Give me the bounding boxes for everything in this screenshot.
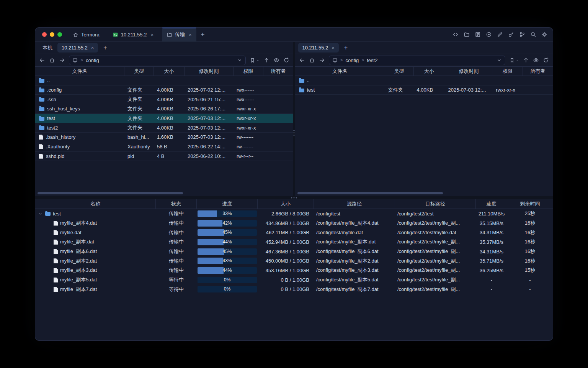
minimize-window-button[interactable] [50, 32, 54, 37]
up-directory-button[interactable] [263, 57, 270, 63]
column-header[interactable]: 剩余时间 [507, 199, 553, 209]
transfer-row[interactable]: myfile_副本6.dat 传输中 45% 467.36MB / 1.00GB… [35, 247, 553, 256]
breadcrumb-item[interactable]: test2 [367, 58, 377, 63]
right-path-bar[interactable]: > config > test2 [329, 56, 506, 65]
transfer-name-cell: myfile_副本7.dat [35, 286, 156, 293]
file-row[interactable]: .bash_history bash_hi... 1.60KB 2025-07-… [35, 133, 293, 142]
show-hidden-button[interactable] [273, 57, 279, 63]
code-button[interactable] [452, 31, 459, 38]
column-header[interactable]: 进度 [197, 199, 258, 209]
transfer-row[interactable]: myfile_副本5.dat 等待中 0% 0 B / 1.00GB /conf… [35, 275, 553, 285]
bookmark-button[interactable] [250, 58, 260, 63]
drag-handle[interactable] [294, 197, 295, 199]
file-row[interactable]: .. [295, 76, 553, 85]
column-header[interactable]: 所有者 [523, 67, 553, 76]
refresh-button[interactable] [283, 57, 289, 63]
column-header[interactable]: 权限 [234, 67, 263, 76]
file-row[interactable]: test2 文件夹 4.00KB 2025-07-03 12:... rwxr-… [35, 123, 293, 133]
up-directory-button[interactable] [523, 57, 529, 63]
breadcrumb-item[interactable]: config [86, 58, 99, 63]
transfer-row[interactable]: myfile_副本2.dat 传输中 43% 450.00MB / 1.00GB… [35, 256, 553, 266]
transfer-splitter[interactable] [35, 196, 553, 199]
close-icon[interactable]: × [150, 32, 154, 38]
left-path-bar[interactable]: > config [69, 56, 246, 65]
column-header[interactable]: 类型 [385, 67, 414, 76]
new-tab-button[interactable]: + [196, 28, 209, 41]
column-header[interactable]: 名称 [35, 199, 156, 209]
transfer-row[interactable]: myfile_副本7.dat 等待中 0% 0 B / 1.00GB /conf… [35, 285, 553, 294]
file-row[interactable]: test 文件夹 4.00KB 2025-07-03 12:... rwxr-x… [35, 114, 293, 123]
transfer-row[interactable]: myfile_副本4.dat 传输中 42% 434.86MB / 1.00GB… [35, 219, 553, 228]
transfer-row[interactable]: test 传输中 33% 2.66GB / 8.00GB /config/tes… [35, 209, 553, 219]
column-header[interactable]: 大小 [154, 67, 185, 76]
close-icon[interactable]: × [91, 45, 94, 51]
back-button[interactable] [299, 57, 305, 63]
search-button[interactable] [530, 31, 536, 38]
breadcrumb-item[interactable]: config [346, 58, 359, 63]
show-hidden-button[interactable] [533, 57, 539, 63]
app-home-tab[interactable]: Termora [68, 28, 104, 41]
column-header[interactable]: 所有者 [263, 67, 293, 76]
file-row[interactable]: ssh_host_keys 文件夹 4.00KB 2025-06-26 17:.… [35, 104, 293, 114]
zoom-window-button[interactable] [57, 32, 62, 37]
right-tab-remote[interactable]: 10.211.55.2 × [298, 43, 339, 53]
column-header[interactable]: 速度 [476, 199, 507, 209]
home-button[interactable] [309, 57, 315, 63]
column-header[interactable]: 源路径 [314, 199, 395, 209]
app-title: Termora [81, 32, 100, 38]
column-header[interactable]: 权限 [493, 67, 523, 76]
close-icon[interactable]: × [332, 45, 335, 51]
tab-label: 10.211.55.2 [302, 45, 328, 51]
tab-transfer[interactable]: 传输 × [162, 28, 196, 41]
transfer-row[interactable]: myfile.dat 传输中 45% 462.11MB / 1.00GB /co… [35, 228, 553, 237]
bookmark-icon [250, 58, 255, 63]
column-header[interactable]: 修改时间 [185, 67, 234, 76]
refresh-button[interactable] [543, 57, 549, 63]
horizontal-scrollbar[interactable] [38, 192, 183, 194]
bookmark-button[interactable] [509, 58, 519, 63]
home-button[interactable] [49, 57, 55, 63]
chevron-down-icon[interactable] [497, 58, 502, 63]
transfer-row[interactable]: myfile_副本3.dat 传输中 44% 453.16MB / 1.00GB… [35, 266, 553, 275]
file-icon [39, 135, 43, 140]
left-new-tab-button[interactable]: + [99, 44, 111, 51]
right-new-tab-button[interactable]: + [340, 44, 352, 51]
transfer-row[interactable]: myfile_副本.dat 传输中 44% 452.94MB / 1.00GB … [35, 237, 553, 247]
arrow-up-icon [263, 57, 270, 63]
file-row[interactable]: .ssh 文件夹 4.00KB 2025-06-21 15:... rwx---… [35, 95, 293, 104]
edit-button[interactable] [497, 31, 503, 38]
file-row[interactable]: test 文件夹 4.00KB 2025-07-03 12:... rwxr-x… [295, 85, 553, 95]
column-header[interactable]: 类型 [124, 67, 154, 76]
column-header[interactable]: 文件名 [295, 67, 385, 76]
file-row[interactable]: .Xauthority Xauthority 58 B 2025-06-22 1… [35, 142, 293, 152]
left-tab-remote[interactable]: 10.211.55.2 × [57, 43, 98, 53]
record-button[interactable] [486, 31, 492, 38]
folders-button[interactable] [464, 31, 470, 38]
close-window-button[interactable] [42, 32, 47, 37]
tab-host-session[interactable]: 10.211.55.2 × [108, 28, 158, 41]
folder-icon [39, 79, 44, 83]
column-header[interactable]: 文件名 [35, 67, 124, 76]
back-button[interactable] [39, 57, 45, 63]
forward-button[interactable] [59, 57, 65, 63]
branch-button[interactable] [519, 31, 525, 38]
left-tab-local[interactable]: 本机 [38, 43, 57, 53]
column-header[interactable]: 大小 [414, 67, 445, 76]
forward-button[interactable] [319, 57, 325, 63]
close-icon[interactable]: × [189, 32, 192, 38]
key-button[interactable] [508, 31, 514, 38]
column-header[interactable]: 修改时间 [445, 67, 493, 76]
column-header[interactable]: 大小 [258, 199, 314, 209]
column-header[interactable]: 目标路径 [395, 199, 476, 209]
file-row[interactable]: .. [35, 76, 293, 85]
column-header[interactable]: 状态 [156, 199, 197, 209]
collapse-icon[interactable] [38, 212, 43, 216]
horizontal-scrollbar[interactable] [297, 192, 443, 194]
file-row[interactable]: .config 文件夹 4.00KB 2025-07-02 12:... rwx… [35, 85, 293, 95]
chevron-down-icon[interactable] [237, 58, 242, 63]
file-row[interactable]: sshd.pid pid 4 B 2025-06-22 10:... rw-r-… [35, 152, 293, 161]
settings-button[interactable] [541, 31, 547, 38]
log-button[interactable] [475, 31, 481, 38]
drag-handle[interactable] [294, 132, 295, 133]
progress-label: 44% [198, 239, 257, 245]
